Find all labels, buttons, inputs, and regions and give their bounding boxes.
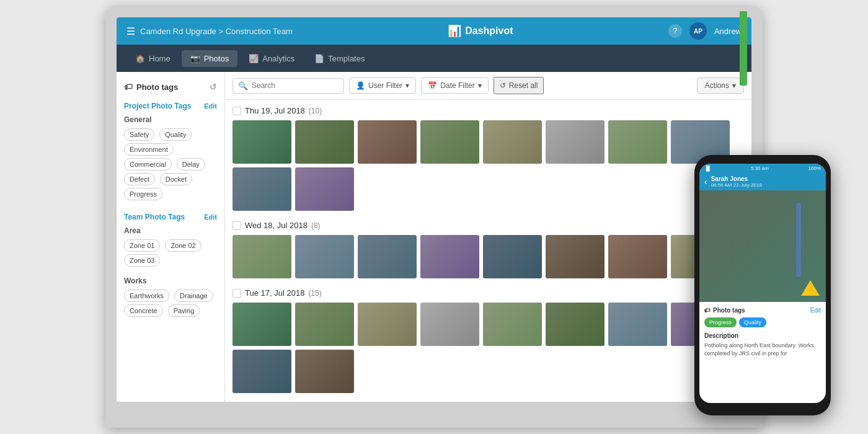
project-tags-edit[interactable]: Edit	[204, 102, 217, 110]
nav-analytics[interactable]: 📈 Analytics	[240, 50, 303, 67]
photo-grid-1	[232, 235, 744, 278]
calendar-icon: 📅	[428, 81, 437, 90]
pipe-decoration	[796, 203, 801, 277]
photo-inner-decoration	[420, 120, 479, 164]
team-tags-label: Team Photo Tags	[124, 213, 185, 221]
photo-thumb[interactable]	[546, 303, 604, 346]
reset-button[interactable]: ↺ Reset all	[494, 77, 544, 94]
photo-thumb[interactable]	[420, 235, 479, 278]
tag-chip-docket[interactable]: Docket	[160, 173, 192, 185]
tag-chip-quality[interactable]: Quality	[159, 128, 192, 141]
tag-chip-zone-02[interactable]: Zone 02	[165, 239, 201, 252]
phone-nav: ‹ Sarah Jones 08:56 AM 22-July-2018	[699, 173, 826, 190]
photo-inner-decoration	[420, 303, 479, 346]
user-filter-button[interactable]: 👤 User Filter ▾	[349, 78, 416, 94]
photo-thumb[interactable]	[358, 120, 417, 164]
photo-thumb[interactable]	[232, 350, 291, 393]
photo-thumb[interactable]	[483, 303, 542, 346]
photo-thumb[interactable]	[295, 120, 354, 164]
tag-chip-progress[interactable]: Progress	[124, 188, 162, 200]
photo-thumb[interactable]	[608, 303, 667, 346]
phone-timestamp: 08:56 AM 22-July-2018	[711, 182, 762, 188]
general-label: General	[117, 112, 224, 126]
search-icon: 🔍	[238, 81, 248, 91]
photo-thumb[interactable]	[608, 235, 667, 278]
tag-chip-safety[interactable]: Safety	[124, 128, 154, 141]
phone-user-name: Sarah Jones	[711, 175, 762, 182]
avatar: AP	[689, 22, 707, 40]
tag-chip-earthworks[interactable]: Earthworks	[124, 290, 169, 302]
date-header-1: Wed 18, Jul 2018(8)	[232, 221, 744, 230]
photo-inner-decoration	[232, 303, 291, 346]
back-icon[interactable]: ‹	[704, 177, 707, 187]
content-area: 🔍 👤 User Filter ▾ 📅 Date Filter ▾	[225, 72, 751, 402]
photo-thumb[interactable]	[546, 235, 604, 278]
photo-inner-decoration	[295, 350, 354, 393]
nav-templates[interactable]: 📄 Templates	[306, 50, 373, 67]
photo-thumb[interactable]	[232, 167, 291, 211]
photo-inner-decoration	[295, 235, 354, 278]
works-label: Works	[117, 273, 224, 287]
progress-chip[interactable]: Progress	[704, 317, 737, 327]
date-checkbox-0[interactable]	[232, 107, 241, 115]
help-button[interactable]: ?	[668, 24, 682, 38]
phone-edit-button[interactable]: Edit	[810, 307, 821, 314]
search-box[interactable]: 🔍	[232, 78, 344, 94]
quality-chip[interactable]: Quality	[739, 317, 766, 327]
actions-button[interactable]: Actions ▾	[697, 78, 744, 94]
date-checkbox-2[interactable]	[232, 289, 241, 298]
photo-inner-decoration	[608, 235, 667, 278]
photo-thumb[interactable]	[295, 167, 354, 211]
photo-inner-decoration	[483, 120, 542, 164]
tag-chip-defect[interactable]: Defect	[124, 173, 155, 185]
photo-thumb[interactable]	[483, 235, 542, 278]
photo-inner-decoration	[608, 303, 667, 346]
photo-inner-decoration	[295, 167, 354, 211]
photo-thumb[interactable]	[358, 235, 417, 278]
photo-inner-decoration	[608, 120, 667, 164]
tag-chip-commercial[interactable]: Commercial	[124, 158, 172, 170]
date-filter-button[interactable]: 📅 Date Filter ▾	[421, 78, 488, 94]
photo-scroll[interactable]: Thu 19, Jul 2018(10)Wed 18, Jul 2018(8)T…	[225, 100, 751, 402]
date-checkbox-1[interactable]	[232, 221, 241, 230]
templates-icon: 📄	[314, 54, 324, 63]
accent-bar	[740, 11, 747, 86]
nav-photos[interactable]: 📷 Photos	[182, 50, 237, 67]
reset-icon: ↺	[500, 81, 506, 90]
photo-thumb[interactable]	[420, 303, 479, 346]
tag-chip-paving[interactable]: Paving	[168, 304, 200, 317]
app-title: Dashpivot	[465, 25, 513, 37]
refresh-icon[interactable]: ↺	[210, 82, 217, 92]
photo-thumb[interactable]	[295, 235, 354, 278]
tag-chip-concrete[interactable]: Concrete	[124, 304, 163, 317]
photo-thumb[interactable]	[295, 303, 354, 346]
photo-thumb[interactable]	[358, 303, 417, 346]
photo-thumb[interactable]	[232, 235, 291, 278]
photo-thumb[interactable]	[420, 120, 479, 164]
hamburger-icon[interactable]: ☰	[126, 25, 135, 37]
top-bar: ☰ Camden Rd Upgrade > Construction Team …	[117, 17, 751, 45]
tag-chip-delay[interactable]: Delay	[177, 158, 205, 170]
sidebar: 🏷 Photo tags ↺ Project Photo Tags Edit G…	[117, 72, 225, 402]
tag-chip-zone-03[interactable]: Zone 03	[124, 254, 160, 267]
team-tags-edit[interactable]: Edit	[204, 213, 217, 221]
phone-tags-label: Photo tags	[713, 307, 745, 314]
photo-thumb[interactable]	[295, 350, 354, 393]
tag-chip-environment[interactable]: Environment	[124, 143, 174, 156]
tag-chip-zone-01[interactable]: Zone 01	[124, 239, 160, 252]
main-content: 🏷 Photo tags ↺ Project Photo Tags Edit G…	[117, 72, 751, 402]
tag-chip-drainage[interactable]: Drainage	[174, 290, 213, 302]
general-tags: SafetyQualityEnvironmentCommercialDelayD…	[117, 126, 224, 203]
photo-thumb[interactable]	[546, 120, 604, 164]
phone-signal-icon: ▐▌	[704, 166, 711, 171]
search-input[interactable]	[252, 81, 339, 90]
date-count-2: (15)	[308, 289, 321, 298]
photo-inner-decoration	[420, 235, 479, 278]
date-group-2: Tue 17, Jul 2018(15)	[232, 288, 744, 393]
photo-inner-decoration	[295, 303, 354, 346]
nav-home[interactable]: 🏠 Home	[126, 50, 179, 67]
photo-thumb[interactable]	[608, 120, 667, 164]
photo-thumb[interactable]	[232, 120, 291, 164]
photo-thumb[interactable]	[483, 120, 542, 164]
photo-thumb[interactable]	[232, 303, 291, 346]
